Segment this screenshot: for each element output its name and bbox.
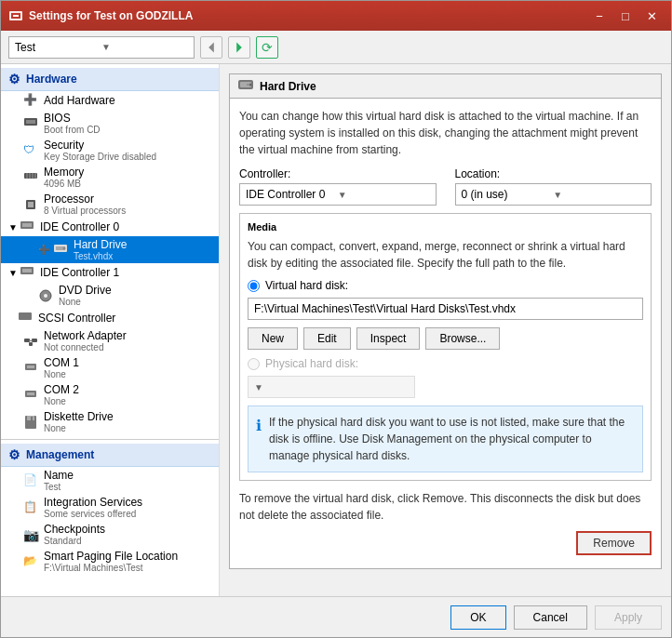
refresh-button[interactable]: ⟳ <box>256 36 278 59</box>
controller-arrow: ▼ <box>338 190 430 200</box>
dvd-text: DVD Drive None <box>59 284 112 307</box>
svg-point-18 <box>63 246 66 249</box>
svg-rect-6 <box>26 120 35 124</box>
titlebar: Settings for Test on GODZILLA − □ ✕ <box>1 1 671 31</box>
sidebar-item-dvd-drive[interactable]: DVD Drive None <box>1 282 219 309</box>
integration-icon: 📋 <box>23 500 38 515</box>
main-panel: Hard Drive You can change how this virtu… <box>220 64 671 596</box>
remove-button[interactable]: Remove <box>576 531 652 555</box>
info-box: ℹ If the physical hard disk you want to … <box>248 405 643 472</box>
apply-button[interactable]: Apply <box>595 605 662 630</box>
virtual-hdd-label[interactable]: Virtual hard disk: <box>265 279 348 292</box>
controller-dropdown[interactable]: IDE Controller 0 ▼ <box>239 183 437 206</box>
diskette-label: Diskette Drive <box>44 410 114 423</box>
sidebar-item-com1[interactable]: COM 1 None <box>1 354 219 381</box>
media-section: Media You can compact, convert, expand, … <box>239 213 652 481</box>
ide1-icon <box>20 265 34 280</box>
new-button[interactable]: New <box>248 327 298 350</box>
sidebar-item-ide-controller-1[interactable]: ▼ IDE Controller 1 <box>1 263 219 282</box>
panel-title: Hard Drive <box>230 74 661 99</box>
com1-sub: None <box>44 369 79 379</box>
processor-label: Processor <box>44 193 126 206</box>
dvd-sub: None <box>59 297 112 307</box>
controller-label: Controller: <box>239 167 437 180</box>
vm-dropdown[interactable]: Test ▼ <box>8 36 195 59</box>
ide1-expand-icon: ▼ <box>8 268 18 278</box>
com2-text: COM 2 None <box>44 383 79 406</box>
security-text: Security Key Storage Drive disabled <box>44 139 156 162</box>
close-button[interactable]: ✕ <box>639 6 664 26</box>
sidebar-item-hard-drive[interactable]: ➕ Hard Drive Test.vhdx <box>1 236 219 263</box>
info-icon: ℹ <box>256 415 262 437</box>
content-area: ⚙ Hardware ➕ Add Hardware BIOS Boot from… <box>1 64 671 596</box>
location-arrow: ▼ <box>553 190 645 200</box>
diskette-sub: None <box>44 423 114 433</box>
ok-button[interactable]: OK <box>450 605 505 630</box>
sidebar-item-com2[interactable]: COM 2 None <box>1 381 219 408</box>
management-section-header: ⚙ Management <box>1 444 219 467</box>
scsi-label: SCSI Controller <box>38 312 115 325</box>
sidebar-item-smart-paging[interactable]: 📂 Smart Paging File Location F:\Virtual … <box>1 548 219 575</box>
svg-rect-2 <box>13 15 19 17</box>
sidebar-item-security[interactable]: 🛡 Security Key Storage Drive disabled <box>1 137 219 164</box>
cancel-button[interactable]: Cancel <box>514 605 587 630</box>
hd-expand-icon: ➕ <box>38 245 49 255</box>
window-controls: − □ ✕ <box>587 6 664 26</box>
name-text: Name Test <box>44 469 74 492</box>
remove-description: To remove the virtual hard disk, click R… <box>239 490 652 524</box>
toolbar: Test ▼ ⟳ <box>1 31 671 64</box>
integration-text: Integration Services Some services offer… <box>44 496 142 519</box>
panel-body: You can change how this virtual hard dis… <box>230 99 661 568</box>
physical-hdd-radio[interactable] <box>248 358 260 370</box>
sidebar-item-add-hardware[interactable]: ➕ Add Hardware <box>1 91 219 110</box>
browse-button[interactable]: Browse... <box>425 327 500 350</box>
maximize-button[interactable]: □ <box>613 6 638 26</box>
sidebar-item-diskette[interactable]: Diskette Drive None <box>1 408 219 435</box>
smart-paging-sub: F:\Virtual Machines\Test <box>44 563 178 573</box>
svg-rect-29 <box>27 366 34 368</box>
svg-rect-26 <box>29 340 33 341</box>
controller-group: Controller: IDE Controller 0 ▼ <box>239 167 437 206</box>
hardware-section-icon: ⚙ <box>8 72 20 86</box>
sidebar-item-checkpoints[interactable]: 📷 Checkpoints Standard <box>1 521 219 548</box>
memory-label: Memory <box>44 166 84 179</box>
network-text: Network Adapter Not connected <box>44 329 127 352</box>
location-label: Location: <box>455 167 652 180</box>
sidebar-item-bios[interactable]: BIOS Boot from CD <box>1 110 219 137</box>
location-dropdown[interactable]: 0 (in use) ▼ <box>455 183 652 206</box>
virtual-hdd-path-input[interactable] <box>248 298 643 320</box>
com1-text: COM 1 None <box>44 356 79 379</box>
smart-paging-icon: 📂 <box>23 554 38 569</box>
virtual-hdd-radio[interactable] <box>248 280 260 292</box>
svg-marker-4 <box>236 42 242 52</box>
remove-btn-wrapper: Remove <box>239 531 652 555</box>
sidebar-item-name[interactable]: 📄 Name Test <box>1 467 219 494</box>
forward-button[interactable] <box>228 36 250 59</box>
svg-point-22 <box>44 294 47 298</box>
minimize-button[interactable]: − <box>587 6 612 26</box>
vm-name: Test <box>15 41 101 54</box>
integration-label: Integration Services <box>44 496 142 509</box>
bios-label: BIOS <box>44 112 101 125</box>
network-sub: Not connected <box>44 342 127 352</box>
sidebar: ⚙ Hardware ➕ Add Hardware BIOS Boot from… <box>1 64 220 596</box>
window-title: Settings for Test on GODZILLA <box>29 9 587 22</box>
checkpoints-sub: Standard <box>44 536 105 546</box>
sidebar-item-scsi[interactable]: ▶ SCSI Controller <box>1 309 219 327</box>
svg-rect-31 <box>27 392 34 395</box>
location-value: 0 (in use) <box>462 188 554 201</box>
name-sub: Test <box>44 482 74 492</box>
hard-drive-panel: Hard Drive You can change how this virtu… <box>229 73 662 569</box>
edit-button[interactable]: Edit <box>303 327 351 350</box>
sidebar-item-memory[interactable]: Memory 4096 MB <box>1 164 219 191</box>
sidebar-item-integration[interactable]: 📋 Integration Services Some services off… <box>1 494 219 521</box>
sidebar-item-ide-controller-0[interactable]: ▼ IDE Controller 0 <box>1 218 219 236</box>
sidebar-item-network-adapter[interactable]: Network Adapter Not connected <box>1 327 219 354</box>
svg-rect-20 <box>22 269 32 272</box>
inspect-button[interactable]: Inspect <box>356 327 421 350</box>
checkpoints-label: Checkpoints <box>44 523 105 536</box>
processor-icon <box>23 197 38 212</box>
sidebar-item-processor[interactable]: Processor 8 Virtual processors <box>1 191 219 218</box>
svg-point-37 <box>249 84 252 86</box>
back-button[interactable] <box>200 36 222 59</box>
